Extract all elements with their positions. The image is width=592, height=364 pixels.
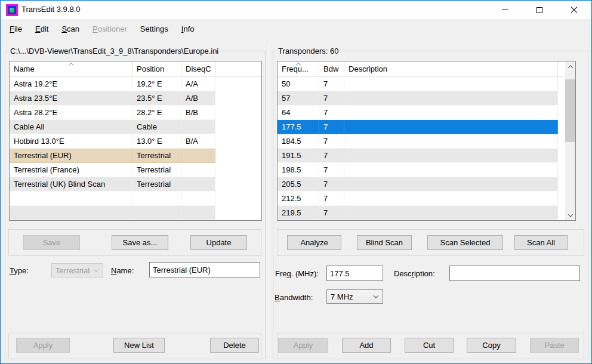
column-header-position[interactable]: Position — [132, 61, 181, 77]
table-cell — [181, 206, 215, 220]
table-row[interactable]: Astra 23.5°E23.5° EA/B — [10, 91, 261, 106]
table-row[interactable]: 212.57 — [278, 192, 565, 206]
frequency-input[interactable] — [326, 266, 383, 281]
table-cell: 28.2° E — [132, 106, 181, 120]
scan-selected-button[interactable]: Scan Selected — [427, 235, 503, 250]
description-input[interactable] — [449, 266, 580, 281]
satellite-list: Name Position DiseqC Astra 19.2°E19.2° E… — [9, 61, 262, 221]
paste-button[interactable]: Paste — [530, 338, 579, 353]
table-cell: Cable — [132, 120, 181, 134]
new-list-button[interactable]: New List — [113, 338, 165, 353]
table-row[interactable]: 191.57 — [278, 149, 565, 163]
menu-file[interactable]: File — [3, 21, 29, 36]
vertical-scrollbar[interactable] — [565, 61, 575, 220]
update-button[interactable]: Update — [190, 235, 247, 250]
window-controls — [488, 1, 591, 19]
apply-transponder-button[interactable]: Apply — [278, 338, 328, 353]
table-cell: Terrestrial (France) — [10, 163, 132, 177]
table-cell: 7 — [319, 77, 344, 91]
copy-button[interactable]: Copy — [467, 338, 516, 353]
blind-scan-button[interactable]: Blind Scan — [357, 235, 412, 250]
scrollbar-thumb[interactable] — [565, 79, 575, 142]
table-cell: Terrestrial (UK) Blind Scan — [10, 177, 132, 192]
scroll-up-button[interactable] — [565, 61, 575, 72]
transponders-count-label: Transponders: 60 — [276, 47, 341, 55]
table-cell: 184.5 — [278, 134, 319, 149]
table-row[interactable]: Terrestrial (France)Terrestrial — [10, 163, 261, 177]
satellite-list-body: Astra 19.2°E19.2° EA/AAstra 23.5°E23.5° … — [10, 77, 261, 220]
type-dropdown[interactable]: Terrestrial — [51, 263, 103, 277]
menu-info[interactable]: Info — [175, 21, 201, 36]
table-cell — [132, 206, 181, 220]
table-row[interactable]: Terrestrial (EUR)Terrestrial — [10, 149, 261, 163]
cut-button[interactable]: Cut — [405, 338, 454, 353]
column-header-diseqc[interactable]: DiseqC — [181, 61, 215, 77]
column-header-frequency[interactable]: Frequ... — [278, 61, 319, 77]
menu-settings[interactable]: Settings — [134, 21, 175, 36]
bandwidth-dropdown[interactable]: 7 MHz — [326, 289, 383, 304]
scroll-down-button[interactable] — [565, 210, 575, 220]
close-button[interactable] — [557, 1, 591, 19]
table-cell — [344, 134, 558, 149]
maximize-button[interactable] — [522, 1, 557, 19]
table-row[interactable]: 177.57 — [278, 120, 565, 134]
menu-scan[interactable]: Scan — [55, 21, 86, 36]
titlebar: TransEdit 3.9.8.0 — [1, 1, 591, 19]
table-cell: Terrestrial — [132, 163, 181, 177]
table-cell — [344, 77, 558, 91]
table-row[interactable]: Astra 19.2°E19.2° EA/A — [10, 77, 261, 91]
table-cell — [344, 177, 558, 192]
table-cell: A/B — [181, 91, 215, 106]
menu-positioner[interactable]: Positioner — [86, 21, 134, 36]
name-input[interactable] — [149, 262, 260, 277]
panel-divider — [269, 44, 269, 360]
apply-list-button[interactable]: Apply — [16, 338, 70, 353]
table-cell: 7 — [319, 192, 344, 206]
table-cell: A/A — [181, 77, 215, 91]
table-row[interactable]: 198.57 — [278, 163, 565, 177]
table-cell: 219.5 — [278, 206, 319, 220]
delete-button[interactable]: Delete — [210, 338, 259, 353]
table-row[interactable]: 577 — [278, 91, 565, 106]
scan-all-button[interactable]: Scan All — [514, 235, 568, 250]
table-row[interactable] — [10, 206, 261, 220]
column-header-bdw[interactable]: Bdw — [319, 61, 344, 77]
table-cell: Astra 28.2°E — [10, 106, 132, 120]
save-button[interactable]: Save — [23, 235, 80, 250]
menu-edit[interactable]: Edit — [29, 21, 55, 36]
table-row[interactable] — [10, 192, 261, 206]
table-row[interactable]: 205.57 — [278, 177, 565, 192]
table-cell — [344, 163, 558, 177]
table-row[interactable]: Terrestrial (UK) Blind ScanTerrestrial — [10, 177, 261, 192]
table-cell: B/B — [181, 106, 215, 120]
table-cell: 23.5° E — [132, 91, 181, 106]
frequency-label: Freq. (MHz): — [275, 269, 319, 278]
table-row[interactable]: 647 — [278, 106, 565, 120]
table-row[interactable]: 507 — [278, 77, 565, 91]
table-row[interactable]: Astra 28.2°E28.2° EB/B — [10, 106, 261, 120]
maximize-icon — [536, 7, 542, 13]
chevron-down-icon — [568, 212, 572, 217]
table-row[interactable]: Cable AllCable — [10, 120, 261, 134]
table-cell — [344, 106, 558, 120]
add-button[interactable]: Add — [342, 338, 391, 353]
column-header-name[interactable]: Name — [10, 61, 132, 77]
bandwidth-label: Bandwidth: — [275, 293, 313, 302]
menu-bar: File Edit Scan Positioner Settings Info — [1, 19, 591, 38]
minimize-button[interactable] — [488, 1, 522, 19]
save-as-button[interactable]: Save as... — [112, 235, 168, 250]
chevron-down-icon — [94, 267, 98, 272]
column-header-description[interactable]: Description — [344, 61, 558, 77]
table-row[interactable]: 219.57 — [278, 206, 565, 220]
transedit-window: TransEdit 3.9.8.0 File Edit Scan Positio… — [0, 0, 592, 364]
table-row[interactable]: Hotbird 13.0°E13.0° EB/A — [10, 134, 261, 149]
table-cell: 19.2° E — [132, 77, 181, 91]
table-cell — [344, 206, 558, 220]
minimize-icon — [502, 10, 508, 10]
table-cell: Terrestrial — [132, 177, 181, 192]
table-row[interactable]: 184.57 — [278, 134, 565, 149]
table-cell: 191.5 — [278, 149, 319, 163]
analyze-button[interactable]: Analyze — [287, 235, 341, 250]
table-cell — [181, 192, 215, 206]
file-path-label: C:\...\DVB-Viewer\TransEdit_3_9_8\Transp… — [8, 47, 221, 55]
